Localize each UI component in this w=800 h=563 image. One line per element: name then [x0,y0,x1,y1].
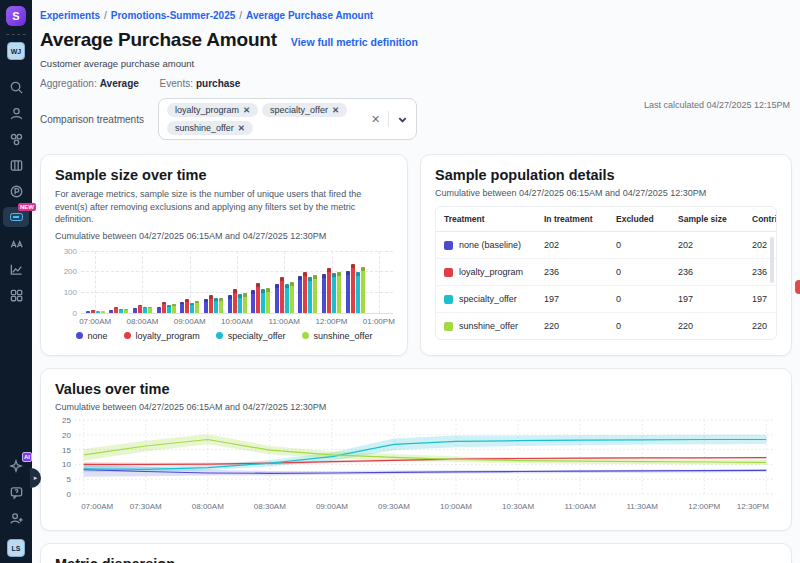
app-logo[interactable]: S [6,6,26,26]
sample-size-cell: 236 [678,267,752,277]
table-scrollbar[interactable] [770,237,774,283]
bar-loyalty_program [91,310,95,313]
population-table: TreatmentIn treatmentExcludedSample size… [435,206,777,340]
view-metric-definition-link[interactable]: View full metric definition [291,36,418,48]
treatment-swatch [444,241,453,250]
treatment-multiselect[interactable]: loyalty_program✕specialty_offer✕sunshine… [158,98,417,140]
treatment-cell: sunshine_offer [444,321,544,331]
chart-legend: noneloyalty_programspecialty_offersunshi… [55,331,393,341]
bar-loyalty_program [351,264,355,313]
chip-remove-icon[interactable]: ✕ [243,105,250,115]
bar-specialty_offer [143,307,147,313]
bar-sunshine_offer [195,301,199,312]
ab-test-icon[interactable] [4,232,28,254]
excluded-cell: 0 [616,294,678,304]
table-column-header: Excluded [616,214,678,224]
values-cumulative: Cumulative between 04/27/2025 06:15AM an… [55,402,777,412]
excluded-cell: 0 [616,240,678,250]
search-icon[interactable] [4,76,28,98]
bar-sunshine_offer [266,288,270,313]
bar-specialty_offer [119,309,123,313]
bar-sunshine_offer [361,267,365,312]
bar-specialty_offer [190,303,194,312]
new-badge: NEW [18,203,36,211]
bar-group [133,305,152,312]
sample-size-description: For average metrics, sample size is the … [55,188,393,226]
bar-none [322,274,326,312]
legend-dot [124,332,131,339]
events-label: Events: [160,78,193,89]
legend-item: loyalty_program [124,331,200,341]
bar-specialty_offer [167,305,171,313]
clear-all-icon[interactable]: ✕ [371,113,380,126]
dashboard-grid-icon[interactable] [4,284,28,306]
account-badge[interactable]: LS [7,539,25,557]
chip-remove-icon[interactable]: ✕ [238,123,245,133]
population-title: Sample population details [435,167,777,183]
bar-none [346,271,350,313]
breadcrumb-experiments[interactable]: Experiments [40,10,100,21]
chevron-down-icon[interactable] [397,114,408,125]
treatment-chip[interactable]: sunshine_offer✕ [167,121,253,135]
excluded-cell: 0 [616,267,678,277]
sidebar-item-experiments-selected[interactable]: NEW [3,207,29,227]
treatment-cell: specialty_offer [444,294,544,304]
bar-loyalty_program [327,268,331,313]
last-calculated: Last calculated 04/27/2025 12:15PM [644,100,790,110]
bar-sunshine_offer [148,307,152,313]
feature-gates-icon[interactable] [4,128,28,150]
metric-subtitle: Customer average purchase amount [40,58,792,69]
bar-sunshine_offer [219,298,223,313]
breadcrumb-metric[interactable]: Average Purchase Amount [246,10,373,21]
contributors-cell: 220 [752,321,777,331]
bar-none [180,302,184,312]
aggregation-row: Aggregation:Average Events:purchase [40,78,792,89]
help-chat-icon[interactable] [4,481,28,503]
breadcrumb-experiment[interactable]: Promotions-Summer-2025 [111,10,235,21]
breadcrumb: Experiments/Promotions-Summer-2025/Avera… [40,10,792,21]
bar-specialty_offer [356,272,360,313]
sample-size-card: Sample size over time For average metric… [40,154,408,356]
chip-remove-icon[interactable]: ✕ [332,105,339,115]
bar-group [109,307,128,313]
sample-size-cell: 202 [678,240,752,250]
bar-loyalty_program [280,277,284,313]
legend-item: none [76,331,108,341]
bar-group [322,268,341,313]
bar-sunshine_offer [337,272,341,313]
table-column-header: Treatment [444,214,544,224]
invite-user-icon[interactable] [4,507,28,529]
comparison-label: Comparison treatments [40,114,144,125]
bar-none [133,308,137,313]
sample-size-bar-chart: 300200100007:00AM08:00AM09:00AM10:00AM11… [55,249,393,329]
bar-group [251,283,270,313]
aggregation-value: Average [100,78,139,89]
feedback-tab[interactable] [795,280,800,294]
bar-loyalty_program [185,299,189,312]
bar-group [275,277,294,313]
treatment-chip[interactable]: specialty_offer✕ [262,103,347,117]
bar-specialty_offer [238,294,242,313]
in-treatment-cell: 220 [544,321,616,331]
bar-sunshine_offer [290,282,294,313]
user-icon[interactable] [4,102,28,124]
values-card: Values over time Cumulative between 04/2… [40,368,792,531]
bar-sunshine_offer [101,311,105,313]
ai-assistant-icon[interactable]: AI [4,455,28,477]
treatment-swatch [444,268,453,277]
sidebar-divider [6,34,26,35]
bar-none [204,299,208,313]
bar-group [86,310,105,313]
columns-icon[interactable] [4,154,28,176]
sample-size-title: Sample size over time [55,167,393,183]
bar-specialty_offer [214,298,218,312]
workspace-badge[interactable]: WJ [7,42,25,60]
metrics-chart-icon[interactable] [4,258,28,280]
dynamic-config-icon[interactable] [4,180,28,202]
bar-loyalty_program [209,295,213,313]
treatment-chips: loyalty_program✕specialty_offer✕sunshine… [167,103,357,135]
treatment-chip[interactable]: loyalty_program✕ [167,103,258,117]
dispersion-title: Metric dispersion [55,556,777,563]
bar-specialty_offer [96,311,100,313]
bar-loyalty_program [162,302,166,312]
